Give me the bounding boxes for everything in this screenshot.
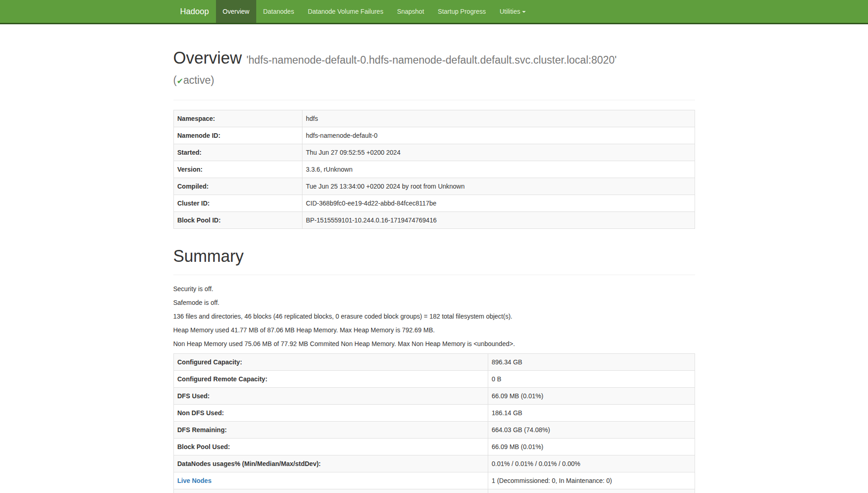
- table-row: DataNodes usages% (Min/Median/Max/stdDev…: [173, 455, 695, 472]
- summary-text-line: Non Heap Memory used 75.06 MB of 77.92 M…: [173, 339, 695, 348]
- row-label: DFS Remaining:: [173, 422, 488, 439]
- table-row: Namenode ID:hdfs-namenode-default-0: [173, 127, 695, 144]
- cluster-summary-table: Configured Capacity:896.34 GBConfigured …: [173, 353, 695, 493]
- row-label: Compiled:: [173, 178, 302, 195]
- summary-heading: Summary: [173, 247, 695, 265]
- status-label: active): [183, 74, 214, 86]
- row-label: DFS Used:: [173, 388, 488, 405]
- table-row: Dead Nodes0 (Decommissioned: 0, In Maint…: [173, 489, 695, 493]
- row-value: 186.14 GB: [488, 405, 695, 422]
- main-content: Overview 'hdfs-namenode-default-0.hdfs-n…: [173, 49, 695, 493]
- row-label: Started:: [173, 144, 302, 161]
- nav-item-utilities-dropdown[interactable]: Utilities: [493, 0, 533, 23]
- summary-text-line: Heap Memory used 41.77 MB of 87.06 MB He…: [173, 325, 695, 335]
- title-divider: [173, 100, 695, 100]
- page-title: Overview 'hdfs-namenode-default-0.hdfs-n…: [173, 49, 695, 91]
- nav-item-snapshot[interactable]: Snapshot: [390, 0, 431, 23]
- navbar-container: Hadoop Overview Datanodes Datanode Volum…: [167, 0, 702, 23]
- row-label: Block Pool Used:: [173, 439, 488, 455]
- row-label: DataNodes usages% (Min/Median/Max/stdDev…: [173, 455, 488, 472]
- row-value: 1 (Decommissioned: 0, In Maintenance: 0): [488, 472, 695, 489]
- row-value: 0 B: [488, 371, 695, 388]
- table-row: Configured Remote Capacity:0 B: [173, 371, 695, 388]
- row-value: hdfs-namenode-default-0: [302, 127, 695, 144]
- table-row: Cluster ID:CID-368b9fc0-ee19-4d22-abbd-8…: [173, 195, 695, 212]
- summary-text: Security is off. Safemode is off. 136 fi…: [173, 284, 695, 348]
- table-row: Version:3.3.6, rUnknown: [173, 161, 695, 178]
- navbar: Hadoop Overview Datanodes Datanode Volum…: [0, 0, 868, 24]
- navbar-brand[interactable]: Hadoop: [173, 0, 216, 23]
- nav-item-datanodes[interactable]: Datanodes: [256, 0, 301, 23]
- row-label: Namenode ID:: [173, 127, 302, 144]
- table-row: Non DFS Used:186.14 GB: [173, 405, 695, 422]
- row-label: Version:: [173, 161, 302, 178]
- caret-down-icon: [522, 11, 526, 13]
- namenode-address: 'hdfs-namenode-default-0.hdfs-namenode-d…: [247, 54, 617, 66]
- summary-divider: [173, 275, 695, 275]
- table-row: DFS Remaining:664.03 GB (74.08%): [173, 422, 695, 439]
- row-value: 66.09 MB (0.01%): [488, 388, 695, 405]
- nav-item-utilities-label: Utilities: [500, 8, 520, 15]
- row-value: Tue Jun 25 13:34:00 +0200 2024 by root f…: [302, 178, 695, 195]
- navbar-menu: Overview Datanodes Datanode Volume Failu…: [216, 0, 533, 23]
- row-label: Live Nodes: [173, 472, 488, 489]
- row-value: 66.09 MB (0.01%): [488, 439, 695, 455]
- page-title-text: Overview: [173, 49, 242, 67]
- check-icon: ✔: [177, 77, 183, 86]
- summary-text-line: 136 files and directories, 46 blocks (46…: [173, 312, 695, 321]
- row-value: 896.34 GB: [488, 354, 695, 371]
- row-label: Namespace:: [173, 110, 302, 127]
- row-label: Non DFS Used:: [173, 405, 488, 422]
- table-row: Block Pool Used:66.09 MB (0.01%): [173, 439, 695, 455]
- row-label: Configured Remote Capacity:: [173, 371, 488, 388]
- table-row: DFS Used:66.09 MB (0.01%): [173, 388, 695, 405]
- table-row: Configured Capacity:896.34 GB: [173, 354, 695, 371]
- table-row: Live Nodes1 (Decommissioned: 0, In Maint…: [173, 472, 695, 489]
- namenode-status: (✔active): [173, 74, 215, 86]
- table-row: Compiled:Tue Jun 25 13:34:00 +0200 2024 …: [173, 178, 695, 195]
- namenode-info-table: Namespace:hdfsNamenode ID:hdfs-namenode-…: [173, 110, 695, 229]
- row-value: Thu Jun 27 09:52:55 +0200 2024: [302, 144, 695, 161]
- row-label: Block Pool ID:: [173, 212, 302, 229]
- table-row: Started:Thu Jun 27 09:52:55 +0200 2024: [173, 144, 695, 161]
- table-row: Namespace:hdfs: [173, 110, 695, 127]
- row-label: Dead Nodes: [173, 489, 488, 493]
- row-value: 3.3.6, rUnknown: [302, 161, 695, 178]
- row-label: Configured Capacity:: [173, 354, 488, 371]
- row-value: 0 (Decommissioned: 0, In Maintenance: 0): [488, 489, 695, 493]
- summary-text-line: Security is off.: [173, 284, 695, 293]
- row-label-link[interactable]: Live Nodes: [178, 477, 212, 484]
- nav-item-startup-progress[interactable]: Startup Progress: [431, 0, 493, 23]
- row-value: hdfs: [302, 110, 695, 127]
- row-value: BP-1515559101-10.244.0.16-1719474769416: [302, 212, 695, 229]
- summary-text-line: Safemode is off.: [173, 298, 695, 307]
- nav-item-overview[interactable]: Overview: [216, 0, 256, 23]
- row-value: 0.01% / 0.01% / 0.01% / 0.00%: [488, 455, 695, 472]
- table-row: Block Pool ID:BP-1515559101-10.244.0.16-…: [173, 212, 695, 229]
- row-value: CID-368b9fc0-ee19-4d22-abbd-84fcec8117be: [302, 195, 695, 212]
- row-value: 664.03 GB (74.08%): [488, 422, 695, 439]
- nav-item-datanode-volume-failures[interactable]: Datanode Volume Failures: [301, 0, 390, 23]
- row-label: Cluster ID:: [173, 195, 302, 212]
